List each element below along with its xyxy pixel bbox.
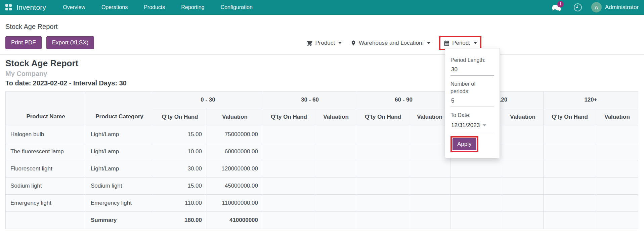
summary-cell (263, 212, 315, 229)
table-row: Sodium light Sodium light 15.00 45000000… (6, 178, 638, 195)
cell (263, 178, 315, 195)
export-xlsx-button[interactable]: Export (XLSX) (46, 36, 94, 49)
messages-count-badge: 1 (557, 1, 564, 7)
to-date-picker[interactable]: 12/31/2023 (450, 121, 494, 132)
product-filter-dropdown[interactable]: Product (306, 40, 342, 46)
summary-cell (502, 212, 544, 229)
cell (409, 178, 450, 195)
cell (544, 195, 596, 212)
cell (502, 195, 544, 212)
cell (544, 178, 596, 195)
summary-row: Summary 180.00 410000000 (6, 212, 638, 229)
apply-button[interactable]: Apply (453, 138, 476, 150)
cell (315, 160, 357, 178)
cell (544, 160, 596, 178)
print-pdf-button[interactable]: Print PDF (5, 36, 42, 49)
cell (450, 160, 502, 178)
user-name: Administrator (605, 4, 639, 11)
chevron-down-icon (474, 42, 477, 44)
summary-cell: 180.00 (153, 212, 207, 229)
cell (544, 143, 596, 160)
to-date-value: 12/31/2023 (451, 122, 480, 129)
product-category-cell: Light/Lamp (86, 143, 153, 160)
cell: 15.00 (153, 178, 207, 195)
table-row: Halogen bulb Light/Lamp 15.00 75000000.0… (6, 126, 638, 143)
product-filter-label: Product (315, 40, 335, 46)
nav-item-reporting[interactable]: Reporting (181, 4, 204, 10)
cell (502, 160, 544, 178)
sub-header-valuation: Valuation (315, 108, 357, 126)
warehouse-filter-label: Warehouse and Location: (359, 40, 424, 46)
cell: 30.00 (153, 160, 207, 178)
cell (6, 212, 86, 229)
nav-item-products[interactable]: Products (144, 4, 165, 10)
cell: 15.00 (153, 126, 207, 143)
cell (544, 126, 596, 143)
sub-header-valuation: Valuation (596, 108, 638, 126)
period-group-60-90: 60 - 90 (357, 92, 450, 108)
cell (357, 195, 409, 212)
page: Inventory Overview Operations Products R… (0, 0, 644, 234)
warehouse-filter-dropdown[interactable]: Warehouse and Location: (350, 40, 430, 46)
product-name-cell: Emergency light (6, 195, 86, 212)
summary-label-cell: Summary (86, 212, 153, 229)
col-header-product-name: Product Name (6, 92, 86, 126)
user-menu[interactable]: A Administrator (591, 2, 639, 12)
period-length-label: Period Length: (450, 56, 494, 64)
report-title: Stock Age Report (5, 58, 639, 69)
cell (357, 160, 409, 178)
period-filter-label: Period: (452, 40, 470, 46)
cell (315, 178, 357, 195)
cell (263, 143, 315, 160)
table-group-header-row: Product Name Product Category 0 - 30 30 … (6, 92, 638, 108)
cell (357, 143, 409, 160)
stock-age-table: Product Name Product Category 0 - 30 30 … (5, 91, 638, 229)
cell (409, 195, 450, 212)
cell (502, 143, 544, 160)
period-dropdown-panel: Period Length: Number of periods: To Dat… (445, 48, 500, 158)
col-header-product-category: Product Category (86, 92, 153, 126)
cell: 75000000.00 (207, 126, 263, 143)
cell (315, 126, 357, 143)
main-nav: Overview Operations Products Reporting C… (63, 4, 253, 10)
summary-cell: 410000000 (207, 212, 263, 229)
breadcrumb: Stock Age Report (5, 23, 58, 31)
nav-item-overview[interactable]: Overview (63, 4, 85, 10)
calendar-icon (443, 40, 450, 46)
sub-header-valuation: Valuation (409, 108, 450, 126)
apps-grid-icon[interactable] (5, 4, 12, 10)
period-length-input[interactable] (450, 65, 494, 76)
to-date-label: To Date: (450, 112, 494, 119)
product-name-cell: Fluorescent light (6, 160, 86, 178)
messages-button[interactable]: 1 (552, 3, 564, 12)
cell (450, 195, 502, 212)
report-company: My Company (5, 70, 639, 78)
product-category-cell: Light/Lamp (86, 126, 153, 143)
activities-clock-icon[interactable] (574, 3, 582, 11)
cell: 45000000.00 (207, 178, 263, 195)
cell (502, 178, 544, 195)
app-title[interactable]: Inventory (16, 3, 46, 11)
cell (263, 195, 315, 212)
sub-header-qty: Q'ty On Hand (263, 108, 315, 126)
product-name-cell: Sodium light (6, 178, 86, 195)
action-buttons: Print PDF Export (XLSX) (5, 36, 94, 49)
number-of-periods-label: Number of periods: (450, 80, 494, 95)
chevron-down-icon (338, 42, 342, 44)
cell: 10.00 (153, 143, 207, 160)
sub-header-qty: Q'ty On Hand (153, 108, 207, 126)
chevron-down-icon (427, 42, 430, 44)
number-of-periods-input[interactable] (450, 96, 494, 107)
summary-cell (450, 212, 502, 229)
cell (409, 143, 450, 160)
period-group-120plus: 120+ (544, 92, 638, 108)
nav-item-configuration[interactable]: Configuration (221, 4, 253, 10)
nav-item-operations[interactable]: Operations (101, 4, 128, 10)
product-category-cell: Light/Lamp (86, 160, 153, 178)
sub-header-qty: Q'ty On Hand (544, 108, 596, 126)
cell (596, 126, 638, 143)
period-group-0-30: 0 - 30 (153, 92, 263, 108)
cell (409, 160, 450, 178)
cell (596, 160, 638, 178)
summary-cell (409, 212, 450, 229)
